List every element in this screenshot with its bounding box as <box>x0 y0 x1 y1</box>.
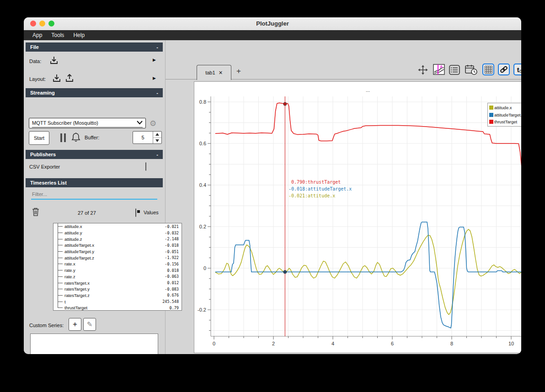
layout-label: Layout: <box>29 76 46 82</box>
curve-tracker-icon[interactable]: A <box>432 64 446 75</box>
time-offset-icon[interactable]: to <box>513 64 521 75</box>
timeseries-row[interactable]: attitudeTarget.z -1.922 <box>53 254 182 261</box>
trash-icon[interactable] <box>32 207 40 217</box>
main-area: tab1 × + A to 1:1 ... × <box>166 40 521 354</box>
timeseries-section-header[interactable]: Timeseries List <box>26 178 163 187</box>
buffer-label: Buffer: <box>85 135 99 140</box>
svg-text:0.2: 0.2 <box>199 224 206 229</box>
buffer-spinbox[interactable]: 5 <box>133 131 162 144</box>
menu-item[interactable]: Tools <box>47 31 68 39</box>
svg-text:10: 10 <box>508 341 514 346</box>
load-layout-icon[interactable] <box>52 73 62 83</box>
tree-connector <box>58 264 63 264</box>
timeseries-row[interactable]: attitude.y -0.032 <box>53 230 182 236</box>
csv-exporter-checkbox[interactable] <box>145 162 146 171</box>
legend-item[interactable]: thrustTarget <box>489 118 521 126</box>
timeseries-row[interactable]: ratesTarget.y -0.083 <box>53 286 182 292</box>
svg-text:0.6: 0.6 <box>199 141 206 146</box>
timeseries-row[interactable]: attitude.z -2.148 <box>53 236 182 242</box>
title-bar: PlotJuggler <box>24 17 521 31</box>
add-custom-series-button[interactable]: + <box>69 318 81 331</box>
svg-text:6: 6 <box>391 341 394 346</box>
timeseries-row[interactable]: rate.z -0.063 <box>53 274 182 280</box>
spin-up-icon[interactable] <box>153 132 161 138</box>
menu-item[interactable]: App <box>28 31 46 39</box>
tree-connector <box>58 270 63 270</box>
collapse-icon[interactable]: - <box>156 44 158 50</box>
csv-exporter-label: CSV Exporter <box>29 164 60 170</box>
publishers-section-header[interactable]: Publishers - <box>26 150 163 159</box>
timeseries-row[interactable]: ratesTarget.x 0.012 <box>53 280 182 286</box>
plot-canvas[interactable]: 02468100.80.60.40.20-0.2 <box>194 82 521 353</box>
window-title: PlotJuggler <box>24 20 521 27</box>
notification-bell-icon[interactable] <box>70 132 81 143</box>
tree-connector <box>58 239 63 239</box>
data-menu-arrow-icon[interactable]: ▶ <box>153 58 156 62</box>
collapse-icon[interactable]: - <box>156 90 158 95</box>
tracker-readout: 0.790 : thrustTarget -0.018 : attitudeTa… <box>284 179 352 199</box>
file-section-header[interactable]: File - <box>26 42 163 52</box>
grid-layout-icon[interactable] <box>482 64 494 75</box>
pan-icon[interactable] <box>417 64 429 76</box>
timeseries-row[interactable]: thrustTarget 0.79 <box>53 305 182 311</box>
plot-close-icon[interactable]: × <box>521 84 521 94</box>
menu-bar: AppToolsHelp <box>24 30 521 40</box>
plot-title[interactable]: ... <box>194 87 521 93</box>
new-tab-button[interactable]: + <box>236 67 241 76</box>
streaming-section-header[interactable]: Streaming - <box>26 88 163 97</box>
spin-down-icon[interactable] <box>153 138 161 144</box>
plot-legend[interactable]: attitude.x attitudeTarget.x thrustTarget <box>487 103 521 127</box>
svg-text:4: 4 <box>331 341 334 346</box>
streaming-plugin-select[interactable]: MQTT Subscriber (Mosquitto) <box>29 118 146 128</box>
legend-swatch <box>489 106 493 110</box>
timeseries-count: 27 of 27 <box>78 210 96 216</box>
custom-series-list[interactable] <box>30 334 158 354</box>
tracker-readout-line: -0.021 : attitude.x <box>284 192 352 199</box>
values-checkbox[interactable] <box>135 208 136 217</box>
timeseries-row[interactable]: attitudeTarget.y -0.051 <box>53 249 182 255</box>
custom-series-label: Custom Series: <box>29 323 64 328</box>
legend-item[interactable]: attitude.x <box>489 104 521 111</box>
svg-text:2: 2 <box>272 341 275 346</box>
timeseries-row[interactable]: rate.x -0.156 <box>53 261 182 267</box>
menu-item[interactable]: Help <box>69 31 89 39</box>
tracker-readout-line: 0.790 : thrustTarget <box>284 179 352 185</box>
timeseries-row[interactable]: attitudeTarget.x -0.018 <box>53 242 182 249</box>
app-window: PlotJuggler AppToolsHelp File - Data: ▶ … <box>24 17 521 354</box>
sidebar: File - Data: ▶ Layout: ▶ Streaming - MQT… <box>24 40 166 354</box>
timeseries-row[interactable]: attitude.x -0.021 <box>53 223 182 230</box>
tree-connector <box>58 251 63 252</box>
load-data-icon[interactable] <box>49 55 59 65</box>
timeseries-row[interactable]: ratesTarget.z 0.676 <box>53 292 182 299</box>
tab-tab1[interactable]: tab1 × <box>197 65 231 80</box>
list-view-icon[interactable] <box>449 64 460 76</box>
timeseries-row[interactable]: rate.y 0.018 <box>53 267 182 274</box>
tree-trunk-line <box>58 223 58 308</box>
save-layout-icon[interactable] <box>64 73 75 83</box>
collapse-icon[interactable]: - <box>156 152 158 157</box>
link-axes-icon[interactable] <box>498 64 510 75</box>
values-label: Values <box>144 210 159 215</box>
edit-custom-series-button[interactable]: ✎ <box>83 318 96 331</box>
svg-text:-0.2: -0.2 <box>198 307 206 313</box>
legend-item[interactable]: attitudeTarget.x <box>489 111 521 119</box>
svg-text:0: 0 <box>213 341 215 346</box>
start-button[interactable]: Start <box>29 131 49 145</box>
tab-close-icon[interactable]: × <box>219 69 223 76</box>
pause-icon[interactable] <box>60 133 67 142</box>
data-label: Data: <box>29 58 41 64</box>
tree-connector <box>58 226 63 227</box>
chevron-down-icon <box>137 120 143 126</box>
timeseries-list: attitude.x -0.021 attitude.y -0.032 atti… <box>53 223 182 311</box>
tree-connector <box>58 295 63 296</box>
datetime-icon[interactable] <box>464 64 479 76</box>
svg-text:0.8: 0.8 <box>199 99 206 105</box>
streaming-gear-icon[interactable]: ⚙ <box>150 119 156 128</box>
tree-connector <box>58 283 63 283</box>
tree-connector <box>58 302 63 302</box>
layout-menu-arrow-icon[interactable]: ▶ <box>153 76 156 80</box>
filter-input[interactable] <box>31 190 159 199</box>
svg-text:8: 8 <box>450 341 453 346</box>
timeseries-row[interactable]: t 245.548 <box>53 298 182 305</box>
tree-connector <box>58 258 63 258</box>
